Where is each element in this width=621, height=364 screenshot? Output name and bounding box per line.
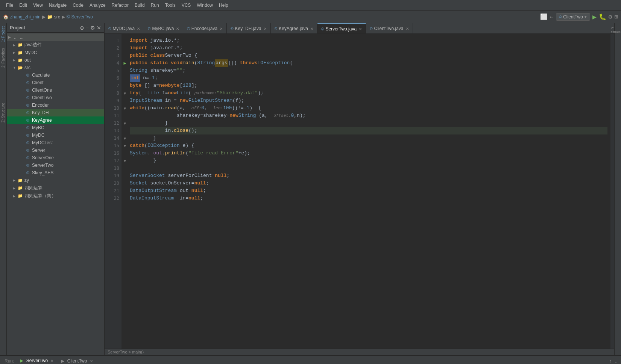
tree-item-sisuan[interactable]: ▶ 📁 四则运算 <box>7 184 104 192</box>
tab-label: Key_DH.java <box>235 26 261 31</box>
z-structure-label[interactable]: Z: Structure <box>0 101 7 124</box>
project-name[interactable]: zhang_zhi_min <box>10 14 41 20</box>
code-line-10: while((n=in.read(a, off: 0, len: 100))!=… <box>130 104 607 112</box>
code-line-18 <box>130 165 607 172</box>
menu-help[interactable]: Help <box>216 1 231 9</box>
bottom-controls: ↑ ↓ <box>608 357 618 364</box>
class-icon: © <box>67 14 70 20</box>
tab-encoderjava[interactable]: © Encoder.java ✕ <box>183 23 227 34</box>
menu-build[interactable]: Build <box>132 1 148 9</box>
tree-item-encoder[interactable]: © Encoder <box>7 101 104 109</box>
tab-class-icon: © <box>148 27 150 31</box>
tab-label: MyDC.java <box>112 26 135 31</box>
run-config-icon: © <box>559 14 562 19</box>
tab-keyagreejava[interactable]: © KeyAgree.java ✕ <box>271 23 317 34</box>
tree-item-sisuan2[interactable]: ▶ 📁 四则运算（简） <box>7 192 104 200</box>
tab-servertwojava[interactable]: © ServerTwo.java ✕ <box>317 23 366 34</box>
class-icon: © <box>25 102 31 108</box>
tree-item-clienttwo[interactable]: © ClientTwo <box>7 94 104 101</box>
menu-vcs[interactable]: VCS <box>179 1 194 9</box>
tree-item-serverone[interactable]: © ServerOne <box>7 154 104 162</box>
menu-code[interactable]: Code <box>70 1 87 9</box>
run-tab-label: ServerTwo <box>26 358 48 363</box>
breadcrumb-path: ServerTwo > main() <box>108 350 144 354</box>
toolbar-icon-maximize[interactable]: ⬜ <box>540 13 548 20</box>
toolbar-settings-btn[interactable]: ⚙ <box>609 13 612 20</box>
menu-edit[interactable]: Edit <box>16 1 30 9</box>
bottom-ctrl-down[interactable]: ↓ <box>614 357 618 364</box>
breadcrumb: ServerTwo > main() <box>105 349 614 355</box>
favorites-panel-label[interactable]: 2: Favorites <box>0 45 6 71</box>
tree-item-key_dh[interactable]: © Key_DH <box>7 109 104 116</box>
src-label[interactable]: src <box>54 14 60 20</box>
folder-icon: 📁 <box>17 185 23 191</box>
tree-item-src[interactable]: ▼ 📂 src <box>7 64 104 71</box>
menu-tools[interactable]: Tools <box>162 1 179 9</box>
code-line-6: int n=-1; <box>130 74 607 82</box>
run-tab-close2[interactable]: ✕ <box>90 359 93 363</box>
scrollbar-gutter[interactable] <box>610 34 614 349</box>
sidebar-close-icon[interactable]: ✕ <box>97 25 101 31</box>
tab-keydhjava[interactable]: © Key_DH.java ✕ <box>227 23 270 34</box>
menu-run[interactable]: Run <box>148 1 162 9</box>
project-panel-label[interactable]: 1: Project <box>0 23 6 45</box>
tab-mybcjava[interactable]: © MyBC.java ✕ <box>144 23 183 34</box>
toolbar-icon-back[interactable]: ← <box>550 13 554 20</box>
project-icon: 🏠 <box>3 14 9 20</box>
tab-close-icon[interactable]: ✕ <box>220 27 223 31</box>
tree-item-servertwo[interactable]: © ServerTwo <box>7 162 104 169</box>
sidebar-locate-icon[interactable]: ⊕ <box>80 25 84 31</box>
run-tab-close[interactable]: ✕ <box>50 359 53 363</box>
run-config-arrow[interactable]: ▼ <box>585 15 587 19</box>
tab-clienttwojava[interactable]: © ClientTwo.java ✕ <box>366 23 413 34</box>
tree-arrow: ▶ <box>13 51 17 54</box>
tab-mydcjava[interactable]: © MyDC.java ✕ <box>105 23 144 34</box>
tree-item-skey_aes[interactable]: © Skey_AES <box>7 169 104 177</box>
tab-label: MyBC.java <box>152 26 174 31</box>
class-label[interactable]: ServerTwo <box>71 14 93 20</box>
menu-window[interactable]: Window <box>194 1 216 9</box>
code-line-14: } <box>130 134 607 142</box>
menu-navigate[interactable]: Navigate <box>46 1 70 9</box>
tree-item-zy[interactable]: ▶ 📁 zy <box>7 177 104 184</box>
menu-view[interactable]: View <box>30 1 46 9</box>
tab-close-icon[interactable]: ✕ <box>359 27 362 31</box>
tree-item-mydctest[interactable]: © MyDCTest <box>7 139 104 147</box>
sidebar-settings-icon[interactable]: ⚙ <box>90 25 95 31</box>
code-editor[interactable]: 12345 678910 1112131415 1617181920 2122 … <box>105 34 614 349</box>
class-icon: © <box>25 95 31 101</box>
tree-item-mydc[interactable]: ▶ 📁 MyDC <box>7 49 104 56</box>
tree-item-server[interactable]: © Server <box>7 147 104 154</box>
tree-arrow: ▶ <box>13 186 17 190</box>
tree-item-clientone[interactable]: © ClientOne <box>7 86 104 94</box>
bottom-tab-clienttwo[interactable]: ▶ ClientTwo ✕ <box>58 357 96 364</box>
class-icon: © <box>25 170 31 176</box>
code-content[interactable]: import java.io.*; import java.net.*; pub… <box>128 34 610 349</box>
menu-refactor[interactable]: Refactor <box>109 1 132 9</box>
tree-item-root[interactable]: ▶ … ... <box>7 33 104 41</box>
tree-item-mydc2[interactable]: © MyDC <box>7 131 104 139</box>
tree-item-java_selected[interactable]: ▶ 📁 java选件 <box>7 41 104 49</box>
tree-item-out[interactable]: ▶ 📁 out <box>7 56 104 64</box>
tab-close-icon[interactable]: ✕ <box>406 27 409 31</box>
tab-close-icon[interactable]: ✕ <box>310 27 313 31</box>
structure-panel-label[interactable]: Z: Structure <box>610 23 621 37</box>
code-line-12: } <box>130 119 607 127</box>
sidebar-collapse-icon[interactable]: − <box>86 25 89 31</box>
run-config-label[interactable]: ClientTwo <box>563 14 583 20</box>
tab-close-icon[interactable]: ✕ <box>176 27 179 31</box>
tree-item-keyagree[interactable]: © KeyAgree <box>7 116 104 124</box>
bottom-tab-servertwo[interactable]: ▶ ServerTwo ✕ <box>17 356 56 364</box>
tree-item-mybc[interactable]: © MyBC <box>7 124 104 131</box>
tree-item-caculate[interactable]: © Caculate <box>7 71 104 79</box>
toolbar-more-btn[interactable]: ⊞ <box>614 13 618 20</box>
menu-analyze[interactable]: Analyze <box>87 1 109 9</box>
class-icon: © <box>25 87 31 93</box>
toolbar-debug-btn[interactable]: 🐛 <box>599 13 606 20</box>
tab-close-icon[interactable]: ✕ <box>137 27 140 31</box>
menu-file[interactable]: File <box>3 1 16 9</box>
tab-close-icon[interactable]: ✕ <box>264 27 267 31</box>
tree-item-client[interactable]: © Client <box>7 79 104 86</box>
bottom-ctrl-up[interactable]: ↑ <box>608 357 612 364</box>
toolbar-run-btn[interactable]: ▶ <box>592 13 597 21</box>
